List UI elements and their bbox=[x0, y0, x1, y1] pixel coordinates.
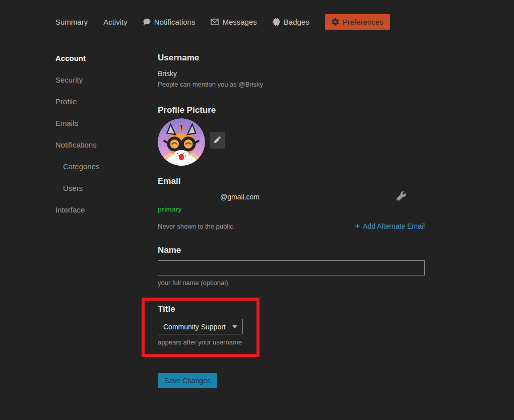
title-select-value: Community Support bbox=[163, 323, 226, 331]
name-hint: your full name (optional) bbox=[158, 279, 425, 287]
comment-icon bbox=[143, 18, 151, 25]
sidebar-item-categories[interactable]: Categories bbox=[55, 162, 100, 172]
user-nav: Summary Activity Notifications Messages … bbox=[55, 13, 390, 30]
title-section: Title Community Support appears after yo… bbox=[158, 304, 425, 346]
wrench-icon bbox=[397, 191, 406, 202]
name-heading: Name bbox=[158, 245, 425, 255]
save-changes-button[interactable]: Save Changes bbox=[158, 373, 217, 388]
title-hint: appears after your username bbox=[158, 338, 425, 346]
envelope-icon bbox=[211, 19, 219, 25]
sidebar-item-users[interactable]: Users bbox=[55, 183, 100, 193]
plus-icon: + bbox=[355, 222, 360, 231]
full-name-input[interactable] bbox=[158, 260, 425, 275]
profile-picture-section: Profile Picture bbox=[158, 105, 425, 166]
tab-label: Summary bbox=[55, 18, 88, 26]
tab-notifications[interactable]: Notifications bbox=[143, 18, 196, 26]
tab-messages[interactable]: Messages bbox=[211, 18, 256, 26]
pencil-icon bbox=[214, 136, 221, 145]
name-section: Name your full name (optional) bbox=[158, 245, 425, 287]
badge-icon bbox=[273, 18, 280, 26]
tab-label: Badges bbox=[284, 18, 309, 26]
tab-label: Messages bbox=[222, 18, 256, 26]
username-section: Username Brisky People can mention you a… bbox=[158, 53, 425, 88]
title-heading: Title bbox=[158, 304, 425, 314]
username-heading: Username bbox=[158, 53, 425, 63]
tab-preferences[interactable]: Preferences bbox=[325, 14, 390, 30]
email-primary-badge: primary bbox=[158, 205, 425, 213]
title-select[interactable]: Community Support bbox=[158, 319, 243, 334]
edit-avatar-button[interactable] bbox=[210, 132, 225, 149]
sidebar-item-interface[interactable]: Interface bbox=[55, 205, 100, 215]
sidebar-item-account[interactable]: Account bbox=[55, 53, 100, 63]
email-hint: Never shown to the public. bbox=[158, 223, 235, 230]
tab-summary[interactable]: Summary bbox=[55, 18, 88, 26]
tab-label: Preferences bbox=[343, 18, 383, 26]
sidebar-item-emails[interactable]: Emails bbox=[55, 118, 100, 128]
sidebar-item-notifications[interactable]: Notifications bbox=[55, 140, 100, 150]
add-alternate-email-link[interactable]: + Add Alternate Email bbox=[355, 222, 425, 231]
email-settings-button[interactable] bbox=[397, 191, 406, 202]
preferences-sidebar: Account Security Profile Emails Notifica… bbox=[55, 53, 100, 227]
sidebar-item-security[interactable]: Security bbox=[55, 75, 100, 85]
email-heading: Email bbox=[158, 176, 425, 186]
chevron-down-icon bbox=[232, 325, 237, 328]
profile-picture-heading: Profile Picture bbox=[158, 105, 425, 115]
tab-badges[interactable]: Badges bbox=[273, 18, 309, 26]
preferences-page: Summary Activity Notifications Messages … bbox=[0, 0, 514, 420]
gear-icon bbox=[332, 18, 339, 26]
tab-activity[interactable]: Activity bbox=[103, 18, 127, 26]
email-value: @gmail.com bbox=[158, 193, 260, 201]
avatar bbox=[158, 118, 205, 166]
tab-label: Notifications bbox=[154, 18, 196, 26]
sidebar-item-profile[interactable]: Profile bbox=[55, 97, 100, 107]
username-value: Brisky bbox=[158, 69, 425, 78]
email-section: Email @gmail.com primary Never shown to … bbox=[158, 176, 425, 231]
tab-label: Activity bbox=[103, 18, 127, 26]
add-alternate-email-label: Add Alternate Email bbox=[363, 222, 425, 230]
username-hint: People can mention you as @Brisky bbox=[158, 81, 425, 88]
